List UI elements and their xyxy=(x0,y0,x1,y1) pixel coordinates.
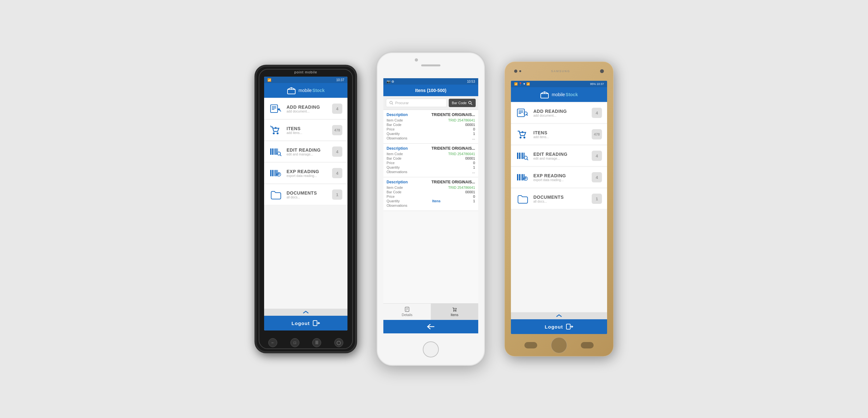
itens-badge: 478 xyxy=(332,125,342,135)
tab-itens[interactable]: Itens xyxy=(431,304,478,320)
svg-point-48 xyxy=(523,137,525,139)
back-button[interactable]: ← xyxy=(268,338,277,347)
tab-details[interactable]: Details xyxy=(383,304,431,320)
item-1-price-row: Price 0 xyxy=(386,127,475,131)
svg-rect-0 xyxy=(287,89,295,94)
svg-rect-2 xyxy=(271,105,278,113)
samsung-menu-itens[interactable]: ITENS add itens... 478 xyxy=(511,124,607,145)
status-signal: 📶 xyxy=(267,78,271,82)
samsung-add-reading-icon xyxy=(516,107,529,119)
main-scene: point mobile 📶 10:37 mobile xyxy=(0,0,868,418)
samsung-camera-1 xyxy=(514,69,517,73)
item-2-qty-row: Quantity 1 xyxy=(386,166,475,169)
samsung-edit-reading-content: EDIT READING edit and manage... xyxy=(533,152,587,160)
samsung-home-btn[interactable] xyxy=(551,337,567,353)
menu-list-rugged: ADD READING add document... 4 xyxy=(264,98,347,309)
exp-reading-icon xyxy=(269,167,282,179)
item-card-3[interactable]: Description TRIDENTE ORIGINAIS... Item C… xyxy=(383,177,478,211)
samsung-menu-edit-reading[interactable]: EDIT READING edit and manage... 4 xyxy=(511,146,607,167)
add-reading-badge: 4 xyxy=(332,103,342,114)
app-header-rugged: mobile Stock xyxy=(264,83,347,98)
item-1-code-value: TRID 254786641 xyxy=(448,118,475,122)
search-placeholder: Procurar xyxy=(395,101,409,105)
app-footer-rugged: Logout xyxy=(264,316,347,330)
samsung-status-icons: 📶 📍 ▼ 📶 xyxy=(514,82,530,86)
status-bar-iphone: 📷 ⚙ 10:53 xyxy=(383,78,478,85)
app-switch-button[interactable]: ◯ xyxy=(334,338,343,347)
item-card-2[interactable]: Description TRIDENTE ORIGINAIS... Item C… xyxy=(383,144,478,177)
rugged-screen: 📶 10:37 mobile Stock xyxy=(264,77,347,330)
edit-reading-content: EDIT READING edit and manage... xyxy=(286,147,328,156)
documents-content: DOCUMENTS all docs... xyxy=(286,190,328,199)
samsung-itens-title: ITENS xyxy=(533,130,587,135)
samsung-menu-exp-reading[interactable]: EXP READING export data reading... 4 xyxy=(511,167,607,188)
menu-item-exp-reading[interactable]: EXP READING export data reading... 4 xyxy=(264,163,347,184)
samsung-menu-btn[interactable] xyxy=(524,342,537,349)
item-3-code-row: Item Code TRID 254786641 xyxy=(386,186,475,189)
samsung-status-right: 95% 10:37 xyxy=(590,82,604,86)
rugged-bottom-bar: ← □ ☰ ◯ xyxy=(255,333,356,352)
search-input-wrapper[interactable]: Procurar xyxy=(386,99,447,107)
svg-line-7 xyxy=(279,110,281,111)
item-1-desc-row: Description TRIDENTE ORIGINAIS... xyxy=(386,113,475,117)
add-reading-subtitle: add document... xyxy=(286,110,328,113)
details-tab-icon xyxy=(404,307,410,312)
back-arrow-icon[interactable] xyxy=(427,324,435,330)
menu-item-itens[interactable]: ITENS add itens... 478 xyxy=(264,120,347,141)
svg-point-9 xyxy=(277,132,279,134)
samsung-scroll-up xyxy=(511,312,607,319)
items-title: Itens (100-500) xyxy=(415,88,446,93)
app-header-samsung: mobile Stock xyxy=(511,87,607,102)
iphone-screen: 📷 ⚙ 10:53 Itens (100-500) Procurar Bar C… xyxy=(383,78,478,333)
svg-rect-54 xyxy=(522,153,523,159)
iphone-top xyxy=(377,53,485,78)
samsung-itens-subtitle: add itens... xyxy=(533,135,587,139)
rugged-brand: point mobile xyxy=(255,66,356,74)
tab-itens-label: Itens xyxy=(451,313,458,317)
logout-icon-samsung xyxy=(566,324,573,330)
app-logo-rugged: mobile Stock xyxy=(287,87,324,94)
samsung-edit-reading-subtitle: edit and manage... xyxy=(533,157,587,160)
add-reading-title: ADD READING xyxy=(286,104,328,110)
samsung-brand: SAMSUNG xyxy=(551,69,570,73)
svg-point-47 xyxy=(520,137,522,139)
samsung-back-btn[interactable] xyxy=(581,342,594,349)
samsung-add-reading-subtitle: add document... xyxy=(533,114,587,117)
svg-line-19 xyxy=(280,155,281,156)
tab-details-label: Details xyxy=(402,313,412,317)
samsung-logo-stock: Stock xyxy=(566,92,578,97)
item-1-obs-label: Observations xyxy=(386,136,407,140)
samsung-camera-right xyxy=(600,69,604,73)
scroll-up-indicator xyxy=(264,309,347,316)
samsung-add-reading-content: ADD READING add document... xyxy=(533,109,587,117)
samsung-front-camera xyxy=(600,69,604,73)
barcode-button[interactable]: Bar Code xyxy=(449,99,476,107)
samsung-top: SAMSUNG xyxy=(504,62,614,81)
add-reading-icon xyxy=(269,103,282,114)
logo-box-icon-samsung xyxy=(540,91,549,98)
items-list: Description TRIDENTE ORIGINAIS... Item C… xyxy=(383,110,478,303)
samsung-menu-add-reading[interactable]: ADD READING add document... 4 xyxy=(511,102,607,123)
samsung-menu-documents[interactable]: DOCUMENTS all docs... 1 xyxy=(511,188,607,209)
menu-item-add-reading[interactable]: ADD READING add document... 4 xyxy=(264,98,347,119)
documents-icon xyxy=(269,189,282,200)
edit-reading-icon xyxy=(269,146,282,157)
device-rugged: point mobile 📶 10:37 mobile xyxy=(254,65,357,353)
logo-text-stock: Stock xyxy=(312,88,325,93)
edit-reading-subtitle: edit and manage... xyxy=(286,153,328,156)
svg-rect-15 xyxy=(274,148,275,155)
home-button[interactable]: □ xyxy=(290,338,299,347)
menu-item-documents[interactable]: DOCUMENTS all docs... 1 xyxy=(264,184,347,205)
svg-point-36 xyxy=(453,310,455,311)
edit-reading-title: EDIT READING xyxy=(286,147,328,153)
exp-reading-subtitle: export data reading... xyxy=(286,174,328,178)
item-card-1[interactable]: Description TRIDENTE ORIGINAIS... Item C… xyxy=(383,110,478,144)
svg-point-37 xyxy=(455,310,457,311)
menu-button[interactable]: ☰ xyxy=(312,338,321,347)
samsung-exp-reading-subtitle: export data reading... xyxy=(533,178,587,182)
item-1-qty-value: 1 xyxy=(473,132,475,136)
iphone-home-button[interactable] xyxy=(423,341,439,357)
samsung-add-reading-title: ADD READING xyxy=(533,109,587,114)
svg-rect-51 xyxy=(517,153,518,159)
menu-item-edit-reading[interactable]: EDIT READING edit and manage... 4 xyxy=(264,141,347,162)
